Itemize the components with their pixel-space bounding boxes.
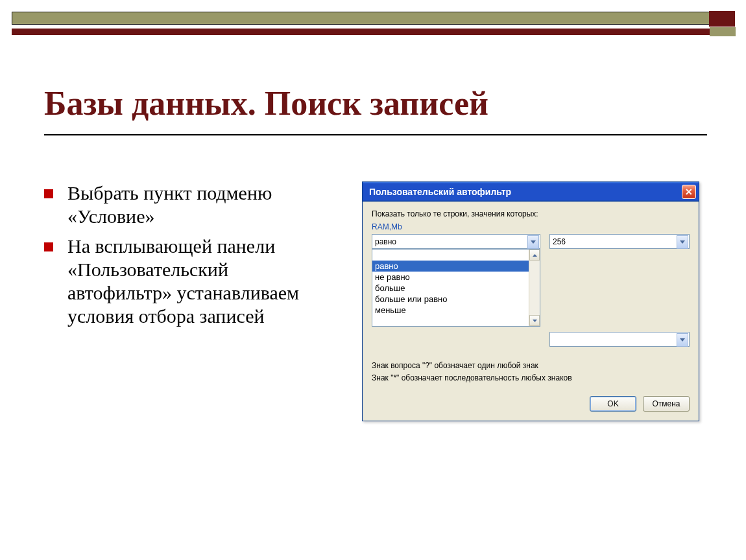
dropdown-option[interactable]: меньше [372,305,529,316]
bullet-marker-icon [44,189,53,198]
bullet-list: Выбрать пункт подменю «Условие» На всплы… [44,181,336,421]
hint-text-1: Знак вопроса "?" обозначает один любой з… [372,360,690,372]
criteria-value: 256 [553,237,566,246]
operator-dropdown-button[interactable] [527,235,539,249]
criteria-value-combobox[interactable]: 256 [549,234,690,249]
close-button[interactable]: ✕ [682,185,696,199]
field-label: RAM,Mb [372,222,690,231]
cancel-button[interactable]: Отмена [643,396,690,412]
chevron-up-icon [533,254,537,257]
bullet-marker-icon [44,242,53,251]
operator-dropdown-list: равно не равно больше больше или равно м… [372,249,540,327]
close-icon: ✕ [685,187,693,197]
dialog-instruction: Показать только те строки, значения кото… [372,209,690,218]
scroll-track[interactable] [529,261,540,315]
slide-title: Базы данных. Поиск записей [44,84,707,135]
dialog-titlebar[interactable]: Пользовательский автофильтр ✕ [363,182,699,202]
operator-combobox[interactable]: равно [372,234,540,249]
slide-decoration [12,12,734,35]
autofilter-dialog: Пользовательский автофильтр ✕ Показать т… [362,181,699,421]
ok-button[interactable]: OK [590,396,636,412]
chevron-down-icon [680,240,685,244]
bullet-text: На всплывающей панели «Пользовательский … [67,235,336,328]
chevron-down-icon [531,240,536,244]
hint-text-2: Знак "*" обозначает последовательность л… [372,372,690,384]
dropdown-option[interactable]: больше или равно [372,294,529,305]
dropdown-scrollbar[interactable] [529,250,540,326]
operator-value: равно [375,237,396,246]
chevron-down-icon [680,338,685,342]
criteria2-dropdown-button[interactable] [677,333,688,347]
bullet-text: Выбрать пункт подменю «Условие» [67,181,336,228]
scroll-down-button[interactable] [529,315,540,326]
dropdown-option[interactable]: равно [372,261,529,272]
dropdown-option[interactable]: больше [372,283,529,294]
criteria-value2-combobox[interactable] [549,332,690,347]
criteria-dropdown-button[interactable] [677,235,688,249]
dialog-title: Пользовательский автофильтр [369,187,511,197]
dropdown-option[interactable] [372,250,529,261]
list-item: Выбрать пункт подменю «Условие» [44,181,336,228]
chevron-down-icon [533,320,537,322]
dropdown-option[interactable]: не равно [372,272,529,283]
list-item: На всплывающей панели «Пользовательский … [44,235,336,328]
scroll-up-button[interactable] [529,250,540,261]
